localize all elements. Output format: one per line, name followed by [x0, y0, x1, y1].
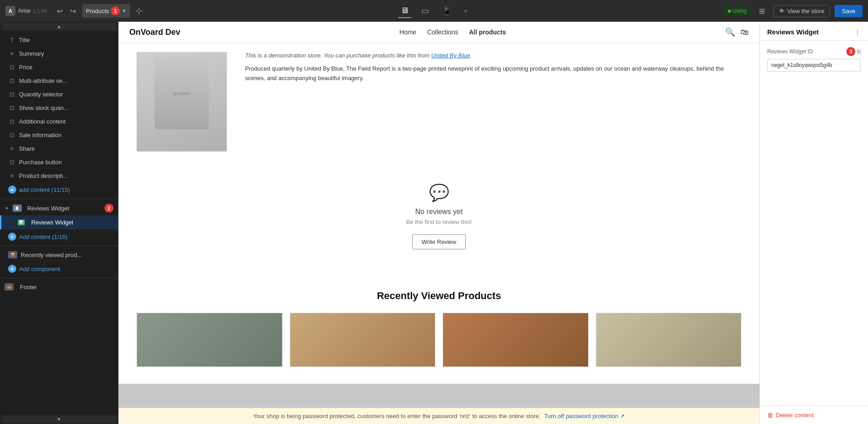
frame-tool-icon[interactable]: ⊹	[134, 4, 144, 18]
sidebar-label-multi-attr: Multi-attribute se...	[19, 77, 112, 84]
write-review-button[interactable]: Write Review	[412, 234, 466, 249]
sidebar-item-product-description[interactable]: ≡ Product descripti...	[0, 169, 118, 182]
reviews-widget-item-icon: 📊	[18, 219, 25, 225]
products-grid	[137, 313, 741, 367]
reviews-section: 💬 No reviews yet Be the first to review …	[137, 165, 741, 267]
sidebar-item-title[interactable]: T Title	[0, 33, 118, 47]
sidebar-item-show-stock[interactable]: ⊡ Show stock quan...	[0, 101, 118, 114]
sidebar-item-additional-content[interactable]: ⊡ Additional content	[0, 114, 118, 128]
app-logo: A Arise 1.1.89	[5, 6, 47, 16]
sidebar-item-quantity-selector[interactable]: ⊡ Quantity selector	[0, 87, 118, 101]
product-card-shirt	[137, 313, 283, 367]
main-layout: ▲ T Title ≡ Summary ⊡ Price ⊡ Multi-attr…	[0, 22, 868, 424]
turn-off-password-link[interactable]: Turn off password protection ↗	[544, 413, 625, 419]
page-selector-arrow: ▼	[122, 8, 127, 14]
product-card-bag	[443, 313, 589, 367]
sidebar-scroll-up[interactable]: ▲	[2, 23, 116, 30]
sidebar-label-summary: Summary	[19, 50, 112, 57]
quantity-icon: ⊡	[8, 91, 15, 98]
sidebar-item-summary[interactable]: ≡ Summary	[0, 47, 118, 60]
sidebar-item-share[interactable]: ≡ Share	[0, 142, 118, 155]
sidebar-label-additional: Additional content	[19, 118, 112, 125]
sidebar-item-price[interactable]: ⊡ Price	[0, 60, 118, 74]
undo-button[interactable]: ↩	[54, 5, 66, 17]
redo-button[interactable]: ↪	[67, 5, 79, 17]
demo-link[interactable]: United By Blue	[431, 52, 470, 59]
add-content-plus-icon: +	[8, 186, 16, 194]
reviews-widget-section: ▼ 📋 Reviews Widget 2 📊 Reviews Widget + …	[0, 201, 118, 244]
turn-off-password-label: Turn off password protection	[544, 413, 618, 419]
add-component-button[interactable]: + Add component	[0, 262, 118, 276]
app-version: 1.1.89	[33, 8, 47, 14]
add-component-plus-icon: +	[8, 265, 16, 273]
cart-icon[interactable]: 🛍	[741, 28, 749, 37]
app-name: Arise	[18, 8, 30, 14]
copy-field-button[interactable]: ⎘	[857, 48, 861, 55]
add-content-button[interactable]: + add content (11/15)	[0, 182, 118, 197]
sidebar-label-share: Share	[19, 145, 112, 152]
right-sidebar-more-button[interactable]: ⋮	[854, 29, 861, 36]
toolbar-right: Using ⊞ 👁 View the store Save	[723, 5, 863, 17]
nav-link-collections[interactable]: Collections	[427, 29, 458, 36]
right-sidebar-scroll: Reviews Widget ID 3 ⎘	[760, 41, 868, 406]
add-content-2-plus-icon: +	[8, 233, 16, 241]
recently-viewed-icon: 📦	[8, 251, 17, 258]
view-store-button[interactable]: 👁 View the store	[773, 5, 830, 17]
add-content-2-button[interactable]: + Add content (1/16)	[0, 229, 118, 244]
device-desktop-button[interactable]: 🖥	[398, 4, 411, 18]
store-content: product This is a demonstration store. Y…	[118, 43, 760, 276]
widget-id-label-text: Reviews Widget ID	[767, 48, 813, 55]
sidebar-scroll-area: T Title ≡ Summary ⊡ Price ⊡ Multi-attrib…	[0, 31, 118, 414]
store-navbar: OnVoard Dev Home Collections All product…	[118, 22, 760, 43]
right-sidebar: Reviews Widget ⋮ Reviews Widget ID 3 ⎘ 🗑…	[760, 22, 868, 424]
nav-link-home[interactable]: Home	[400, 29, 416, 36]
delete-content-button[interactable]: 🗑 Delete content	[767, 412, 861, 419]
sidebar-label-quantity: Quantity selector	[19, 91, 112, 98]
device-mobile-button[interactable]: ▫	[462, 4, 470, 18]
sidebar-label-sale: Sale information	[19, 132, 112, 138]
add-content-label: add content (11/15)	[19, 186, 70, 193]
device-tablet-lg-button[interactable]: ▭	[419, 4, 432, 18]
status-label: Using	[733, 8, 747, 14]
delete-content-label: Delete content	[776, 412, 814, 419]
save-button[interactable]: Save	[835, 5, 863, 17]
device-tablet-button[interactable]: 📱	[439, 4, 454, 18]
price-icon: ⊡	[8, 63, 15, 71]
share-icon: ≡	[8, 145, 15, 152]
summary-icon: ≡	[8, 50, 15, 57]
sidebar-item-purchase-button[interactable]: ⊡ Purchase button	[0, 155, 118, 169]
trash-icon: 🗑	[767, 412, 773, 419]
store-frame: OnVoard Dev Home Collections All product…	[118, 22, 760, 384]
reviews-widget-section-header[interactable]: ▼ 📋 Reviews Widget 2	[0, 201, 118, 215]
sidebar-label-title: Title	[19, 37, 112, 43]
product-layout: product This is a demonstration store. Y…	[137, 52, 741, 152]
title-icon: T	[8, 36, 15, 43]
right-sidebar-footer: 🗑 Delete content	[760, 406, 868, 424]
sidebar-item-multi-attribute[interactable]: ⊡ Multi-attribute se...	[0, 74, 118, 87]
sidebar-item-sale-information[interactable]: ⊡ Sale information	[0, 128, 118, 142]
widget-id-input[interactable]	[767, 59, 861, 71]
sidebar-item-footer[interactable]: 🗂 Footer	[0, 280, 118, 294]
product-image: product	[137, 52, 227, 152]
canvas-scroll[interactable]: OnVoard Dev Home Collections All product…	[118, 22, 760, 408]
sidebar-item-reviews-widget[interactable]: 📊 Reviews Widget	[0, 215, 118, 229]
app-logo-icon: A	[5, 6, 15, 16]
footer-label: Footer	[20, 284, 37, 291]
store-nav-links: Home Collections All products	[400, 29, 506, 36]
reviews-widget-arrow: ▼	[5, 206, 9, 211]
sidebar-item-recently-viewed[interactable]: 📦 Recently viewed prod...	[0, 248, 118, 262]
product-card-stool	[290, 313, 436, 367]
device-switcher: 🖥 ▭ 📱 ▫	[148, 4, 719, 18]
multi-attr-icon: ⊡	[8, 77, 15, 84]
status-dot	[728, 10, 731, 13]
footer-icon: 🗂	[5, 283, 14, 291]
additional-icon: ⊡	[8, 118, 15, 125]
nav-link-all-products[interactable]: All products	[469, 29, 506, 36]
add-component-label: Add component	[19, 266, 60, 272]
grid-icon-button[interactable]: ⊞	[755, 5, 769, 17]
page-selector[interactable]: Products 1 ▼	[82, 4, 130, 18]
search-icon[interactable]: 🔍	[725, 27, 735, 37]
recently-viewed-label: Recently viewed prod...	[21, 252, 82, 258]
field-badge: 3	[846, 47, 855, 56]
sidebar-scroll-down[interactable]: ▼	[2, 415, 116, 423]
